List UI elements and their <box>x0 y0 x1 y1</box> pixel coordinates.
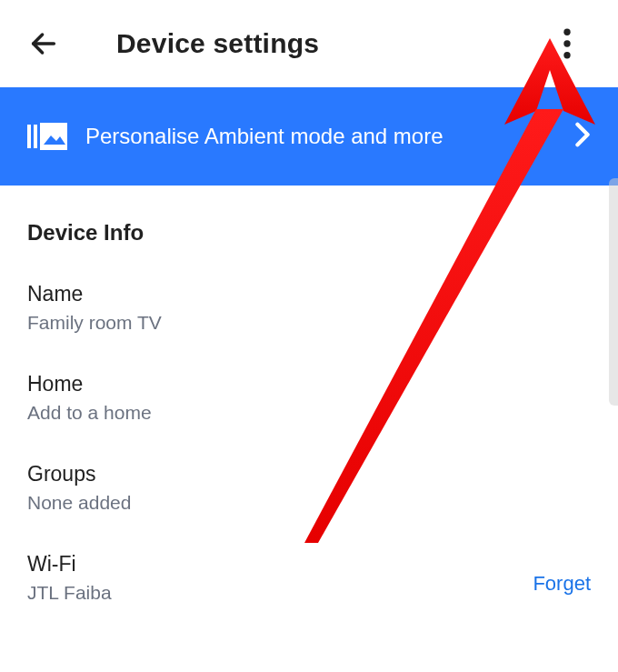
more-vert-icon <box>563 28 572 59</box>
page-title: Device settings <box>116 28 319 59</box>
svg-point-2 <box>563 40 570 46</box>
item-value: Add to a home <box>27 402 591 424</box>
item-value: Family room TV <box>27 312 591 334</box>
svg-rect-4 <box>27 125 31 148</box>
back-button[interactable] <box>25 25 62 62</box>
setting-item-name[interactable]: Name Family room TV <box>0 262 618 352</box>
svg-rect-5 <box>34 125 37 148</box>
app-bar: Device settings <box>0 0 618 87</box>
scroll-indicator <box>609 178 618 406</box>
setting-item-groups[interactable]: Groups None added <box>0 442 618 532</box>
item-label: Home <box>27 372 591 396</box>
item-label: Groups <box>27 462 591 486</box>
more-options-button[interactable] <box>549 25 585 62</box>
svg-rect-6 <box>40 123 67 150</box>
section-header-device-info: Device Info <box>0 186 618 262</box>
svg-point-3 <box>563 52 570 58</box>
item-label: Name <box>27 282 591 306</box>
item-label: Wi-Fi <box>27 552 533 577</box>
ambient-mode-banner[interactable]: Personalise Ambient mode and more <box>0 87 618 186</box>
slideshow-icon <box>27 121 67 152</box>
wifi-forget-button[interactable]: Forget <box>533 561 591 596</box>
banner-text: Personalise Ambient mode and more <box>85 124 574 149</box>
item-value: JTL Faiba <box>27 582 533 604</box>
item-value: None added <box>27 492 591 514</box>
setting-item-wifi[interactable]: Wi-Fi JTL Faiba Forget <box>0 532 618 622</box>
setting-item-home[interactable]: Home Add to a home <box>0 352 618 442</box>
chevron-right-icon <box>574 122 591 151</box>
svg-point-1 <box>563 29 570 35</box>
arrow-back-icon <box>28 28 59 59</box>
